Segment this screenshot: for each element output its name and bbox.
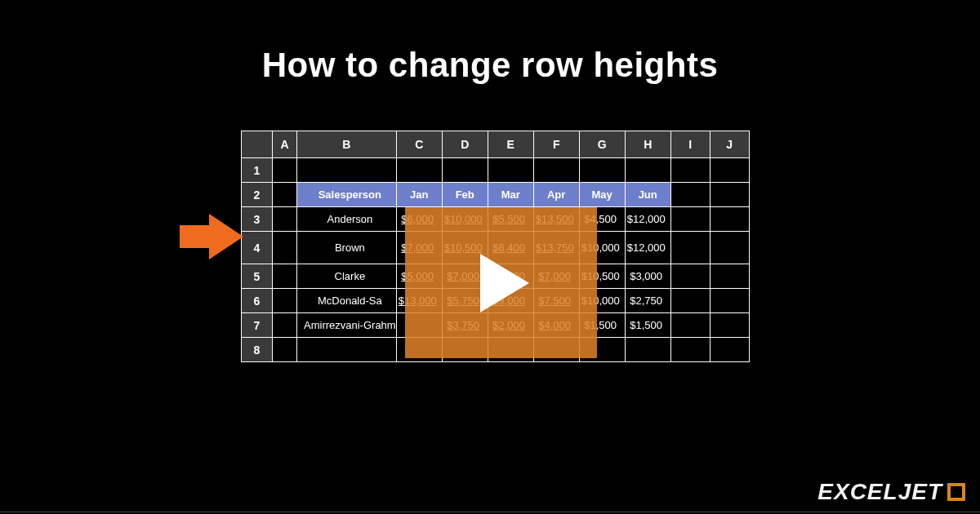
- col-header-j[interactable]: J: [710, 131, 749, 158]
- cell[interactable]: $3,000: [625, 264, 670, 289]
- select-all-corner[interactable]: [242, 131, 273, 158]
- cell[interactable]: [710, 207, 749, 232]
- brand-text: EXCELJET: [817, 479, 942, 505]
- cell[interactable]: [625, 158, 670, 183]
- cell[interactable]: [273, 289, 297, 313]
- cell[interactable]: [670, 207, 710, 232]
- cell[interactable]: [670, 313, 710, 338]
- cell-name[interactable]: Clarke: [297, 264, 397, 289]
- cell[interactable]: [488, 158, 533, 183]
- row-1: 1: [242, 158, 750, 183]
- table-header-mar[interactable]: Mar: [488, 183, 533, 207]
- cell[interactable]: [670, 183, 710, 207]
- col-header-g[interactable]: G: [579, 131, 625, 158]
- cell-name[interactable]: Anderson: [297, 207, 397, 232]
- cell[interactable]: [710, 338, 749, 362]
- play-button[interactable]: [405, 207, 597, 358]
- table-header-may[interactable]: May: [579, 183, 625, 207]
- cell[interactable]: $12,000: [625, 207, 670, 232]
- cell-name[interactable]: McDonald-Sa: [297, 289, 397, 313]
- row-header-2[interactable]: 2: [242, 183, 273, 207]
- cell[interactable]: [273, 183, 297, 207]
- row-2: 2 Salesperson Jan Feb Mar Apr May Jun: [242, 183, 750, 207]
- cell-name[interactable]: Brown: [297, 232, 397, 264]
- col-header-c[interactable]: C: [396, 131, 442, 158]
- row-header-6[interactable]: 6: [242, 289, 273, 313]
- row-header-5[interactable]: 5: [242, 264, 273, 289]
- brand-logo: EXCELJET: [817, 479, 965, 505]
- cell[interactable]: [273, 158, 297, 183]
- cell[interactable]: [625, 338, 670, 362]
- col-header-d[interactable]: D: [442, 131, 488, 158]
- col-header-f[interactable]: F: [533, 131, 579, 158]
- col-header-a[interactable]: A: [273, 131, 297, 158]
- cell[interactable]: [273, 313, 297, 338]
- cell[interactable]: [273, 338, 297, 362]
- row-header-8[interactable]: 8: [242, 338, 273, 362]
- table-header-salesperson[interactable]: Salesperson: [297, 183, 397, 207]
- video-thumbnail: How to change row heights A B C D E F G …: [0, 0, 980, 512]
- cell[interactable]: [273, 264, 297, 289]
- cell[interactable]: [297, 158, 397, 183]
- cell-name[interactable]: Amirrezvani-Grahm: [297, 313, 397, 338]
- col-header-b[interactable]: B: [297, 131, 397, 158]
- cell[interactable]: [710, 289, 749, 313]
- cell[interactable]: [670, 158, 710, 183]
- cell[interactable]: [442, 158, 488, 183]
- page-title: How to change row heights: [0, 0, 980, 85]
- cell[interactable]: $2,750: [625, 289, 670, 313]
- cell[interactable]: [670, 232, 710, 264]
- cell[interactable]: [710, 232, 749, 264]
- cell[interactable]: [273, 232, 297, 264]
- row-header-7[interactable]: 7: [242, 313, 273, 338]
- row-header-1[interactable]: 1: [242, 158, 273, 183]
- row-header-4[interactable]: 4: [242, 232, 273, 264]
- arrow-right-icon: [180, 214, 243, 263]
- cell[interactable]: [710, 158, 749, 183]
- cell[interactable]: [670, 338, 710, 362]
- column-header-row: A B C D E F G H I J: [242, 131, 750, 158]
- cell[interactable]: [273, 207, 297, 232]
- cell[interactable]: [710, 313, 749, 338]
- cell[interactable]: $12,000: [625, 232, 670, 264]
- cell[interactable]: [396, 158, 442, 183]
- svg-marker-0: [180, 214, 243, 259]
- cell[interactable]: [710, 264, 749, 289]
- cell[interactable]: [670, 289, 710, 313]
- cell[interactable]: [579, 158, 625, 183]
- cell[interactable]: [710, 183, 749, 207]
- col-header-i[interactable]: I: [670, 131, 710, 158]
- brand-square-icon: [947, 483, 965, 501]
- col-header-h[interactable]: H: [625, 131, 670, 158]
- cell[interactable]: [670, 264, 710, 289]
- svg-marker-1: [480, 254, 529, 312]
- cell[interactable]: [533, 158, 579, 183]
- play-icon: [469, 250, 534, 316]
- table-header-apr[interactable]: Apr: [533, 183, 579, 207]
- col-header-e[interactable]: E: [488, 131, 533, 158]
- table-header-jan[interactable]: Jan: [396, 183, 442, 207]
- cell[interactable]: $1,500: [625, 313, 670, 338]
- row-header-3[interactable]: 3: [242, 207, 273, 232]
- cell[interactable]: [297, 338, 397, 362]
- divider: [0, 512, 980, 512]
- table-header-jun[interactable]: Jun: [625, 183, 670, 207]
- table-header-feb[interactable]: Feb: [442, 183, 488, 207]
